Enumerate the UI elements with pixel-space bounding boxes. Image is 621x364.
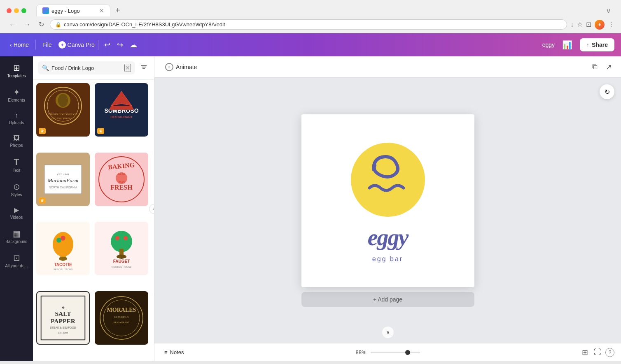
- svg-text:Est. 2008: Est. 2008: [58, 331, 68, 334]
- template-card-sombroso[interactable]: SOMBROSO RESTAURANT ♛: [95, 83, 148, 137]
- template-card-coconut[interactable]: VIRGIN COCONUT OIL ORGANIC PRODUCT ♛: [36, 83, 90, 137]
- home-label: Home: [14, 42, 29, 48]
- elements-label: Elements: [8, 98, 25, 102]
- window-traffic-lights[interactable]: [7, 8, 26, 13]
- sidebar-item-all-designs[interactable]: ⊡ All your de...: [2, 250, 31, 272]
- url-bar[interactable]: 🔒 canva.com/design/DAE-OCn_I-E/2tYH8S3UL…: [50, 19, 567, 30]
- file-menu-item[interactable]: File: [39, 40, 55, 50]
- maximize-window-button[interactable]: [21, 8, 26, 13]
- svg-text:VIRGIN COCONUT OIL: VIRGIN COCONUT OIL: [48, 113, 78, 116]
- uploads-label: Uploads: [9, 121, 24, 125]
- share-button[interactable]: ↑ Share: [580, 38, 614, 51]
- grid-view-button[interactable]: ⊞: [580, 346, 590, 359]
- photos-icon: 🖼: [13, 135, 20, 141]
- sidebar-item-templates[interactable]: ⊞ Templates: [2, 60, 31, 82]
- address-bar: ← → ↻ 🔒 canva.com/design/DAE-OCn_I-E/2tY…: [0, 17, 621, 33]
- sidebar-item-styles[interactable]: ⊙ Styles: [2, 179, 31, 201]
- svg-text:RESTAURANT: RESTAURANT: [113, 321, 130, 324]
- filter-icon: [140, 63, 147, 71]
- app-toolbar: ‹ Home File ✦ Canva Pro ↩ ↪ ☁ eggy 📊 ↑ S…: [0, 33, 621, 56]
- search-bar: 🔍 ✕: [33, 56, 154, 80]
- redo-button[interactable]: ↪: [114, 38, 126, 52]
- toolbar-left: ‹ Home File ✦ Canva Pro ↩ ↪ ☁: [7, 38, 140, 52]
- canva-pro-label: Canva Pro: [68, 42, 95, 48]
- expand-button[interactable]: ↗: [603, 60, 614, 74]
- window-collapse-button[interactable]: ∨: [606, 6, 614, 15]
- svg-point-33: [124, 236, 128, 240]
- svg-marker-12: [109, 106, 134, 110]
- sidebar-item-text[interactable]: T Text: [2, 153, 31, 177]
- toolbar-divider-2: [98, 40, 98, 50]
- notes-button[interactable]: ≡ Notes: [161, 348, 187, 357]
- sidebar-item-photos[interactable]: 🖼 Photos: [2, 131, 31, 152]
- save-button[interactable]: ☁: [127, 38, 140, 52]
- analytics-button[interactable]: 📊: [560, 37, 575, 52]
- fullscreen-button[interactable]: ⛶: [592, 346, 603, 358]
- tab-close-button[interactable]: ✕: [99, 7, 104, 14]
- download-icon[interactable]: ↓: [570, 21, 574, 28]
- template-card-mariana[interactable]: EST. 1846 MarianaFarm NORTH CALIFORNIA ♛: [36, 153, 90, 206]
- main-layout: ⊞ Templates ✦ Elements ↑ Uploads 🖼 Photo…: [0, 56, 621, 361]
- template-card-tacotie[interactable]: TACOTIE SPECIAL TACOS: [36, 222, 90, 275]
- undo-button[interactable]: ↩: [102, 38, 113, 52]
- canvas-toolbar-right: ⧉ ↗: [590, 60, 614, 74]
- canva-pro-badge[interactable]: ✦ Canva Pro: [58, 41, 95, 49]
- crown-badge-coconut: ♛: [39, 128, 46, 134]
- tab-favicon: [42, 7, 49, 14]
- filter-button[interactable]: [138, 62, 149, 74]
- background-icon: ▦: [13, 230, 21, 238]
- back-button[interactable]: ←: [7, 20, 18, 29]
- scroll-up-button[interactable]: ∧: [382, 327, 394, 338]
- refresh-button[interactable]: ↻: [600, 84, 614, 99]
- share-label: Share: [592, 42, 608, 48]
- template-card-salt-papper[interactable]: ✤ SALT PAPPER STEAK & SEAFOOD Est. 2008: [36, 291, 90, 345]
- zoom-slider[interactable]: [371, 352, 420, 353]
- search-input[interactable]: [51, 65, 122, 71]
- tacotie-logo-preview: TACOTIE SPECIAL TACOS: [36, 222, 90, 275]
- share-icon: ↑: [586, 42, 589, 48]
- reload-button[interactable]: ↻: [36, 20, 47, 29]
- search-icon: 🔍: [42, 65, 49, 71]
- forward-button[interactable]: →: [21, 20, 33, 29]
- bookmark-icon[interactable]: ☆: [577, 21, 583, 28]
- all-designs-icon: ⊡: [13, 254, 20, 262]
- bottom-right-controls: ⊞ ⛶ ?: [580, 346, 614, 359]
- svg-text:✤: ✤: [62, 306, 65, 309]
- design-canvas[interactable]: eggy egg bar: [301, 114, 474, 287]
- styles-icon: ⊙: [13, 183, 20, 191]
- animate-button[interactable]: ○ Animate: [161, 60, 201, 74]
- home-button[interactable]: ‹ Home: [7, 40, 32, 50]
- template-card-baking[interactable]: BAKING FRESH ESTD 2015: [95, 153, 148, 206]
- svg-marker-9: [111, 91, 132, 106]
- search-clear-button[interactable]: ✕: [124, 64, 131, 72]
- svg-point-49: [351, 143, 425, 217]
- notes-icon: ≡: [164, 349, 168, 355]
- minimize-window-button[interactable]: [14, 8, 19, 13]
- bottom-bar: ≡ Notes 88% ⊞ ⛶ ?: [154, 343, 621, 361]
- sidebar-item-videos[interactable]: ▶ Videos: [2, 203, 31, 224]
- help-button[interactable]: ?: [605, 348, 614, 357]
- extension-icon[interactable]: ⊡: [586, 21, 591, 28]
- tagline-container: egg bar: [372, 255, 403, 263]
- new-tab-button[interactable]: +: [112, 4, 124, 17]
- sidebar-item-background[interactable]: ▦ Background: [2, 225, 31, 248]
- svg-point-35: [117, 255, 126, 259]
- template-card-morales[interactable]: MORALES LUXURIOUS RESTAURANT: [95, 291, 148, 345]
- svg-text:SALT: SALT: [55, 310, 71, 317]
- toolbar-right: eggy 📊 ↑ Share: [542, 37, 614, 52]
- user-name: eggy: [542, 42, 555, 48]
- baking-fresh-logo-preview: BAKING FRESH ESTD 2015: [95, 153, 148, 206]
- add-page-button[interactable]: + Add page: [301, 292, 474, 307]
- animate-icon: ○: [165, 63, 173, 71]
- browser-avatar[interactable]: e: [595, 20, 605, 30]
- browser-menu-icon[interactable]: ⋮: [608, 21, 614, 28]
- browser-tab-active[interactable]: eggy - Logo ✕: [36, 5, 110, 16]
- tagline: egg bar: [372, 255, 403, 262]
- copy-page-button[interactable]: ⧉: [590, 60, 600, 74]
- sidebar-item-uploads[interactable]: ↑ Uploads: [2, 108, 31, 129]
- close-window-button[interactable]: [7, 8, 12, 13]
- svg-point-32: [115, 236, 119, 240]
- sidebar-item-elements[interactable]: ✦ Elements: [2, 84, 31, 107]
- template-card-fauget[interactable]: FAUGET NOODLE HOUSE: [95, 222, 148, 275]
- svg-text:ORGANIC PRODUCT: ORGANIC PRODUCT: [51, 117, 75, 120]
